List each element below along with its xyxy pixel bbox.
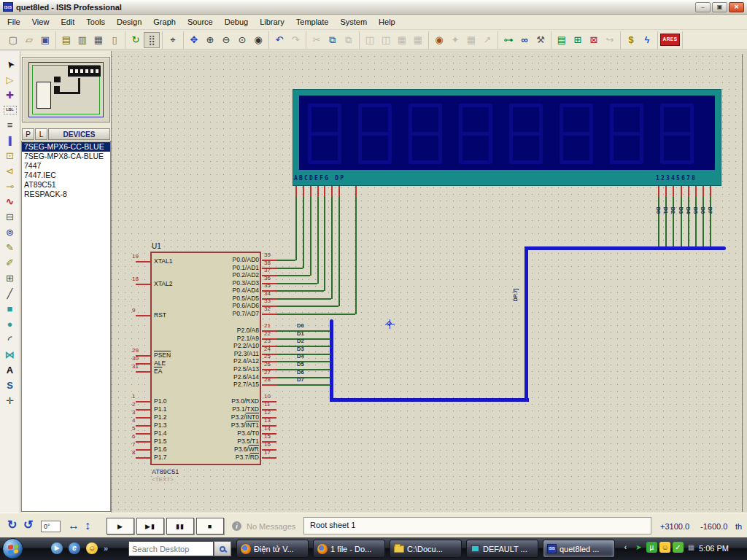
menu-debug[interactable]: Debug: [219, 15, 254, 28]
menu-file[interactable]: File: [1, 15, 26, 28]
design-explorer-icon[interactable]: ▤: [554, 32, 570, 48]
circle-2d-icon[interactable]: ●: [2, 316, 18, 332]
pause-button[interactable]: ▮▮: [166, 518, 194, 534]
menu-graph[interactable]: Graph: [147, 15, 182, 28]
bus-segment[interactable]: [525, 246, 528, 402]
copy-icon[interactable]: ⧉: [325, 32, 341, 48]
mirror-vertical-icon[interactable]: ↕: [85, 520, 90, 532]
text-script-icon[interactable]: ≡: [2, 117, 18, 133]
packaging-tool-icon[interactable]: ▦: [463, 32, 479, 48]
stop-button[interactable]: ■: [196, 518, 224, 534]
bill-of-materials-icon[interactable]: $: [623, 32, 639, 48]
decompose-icon[interactable]: ↗: [479, 32, 495, 48]
device-list[interactable]: 7SEG-MPX6-CC-BLUE7SEG-MPX8-CA-BLUE744774…: [21, 141, 111, 512]
block-move-icon[interactable]: ◫: [378, 32, 394, 48]
redraw-icon[interactable]: ↻: [128, 32, 144, 48]
bus-segment[interactable]: [330, 398, 529, 402]
paste-icon[interactable]: ⧉: [341, 32, 357, 48]
search-input[interactable]: [128, 541, 214, 556]
buses-mode-icon[interactable]: ∥: [2, 133, 18, 148]
tray-antivirus-icon[interactable]: ✓: [673, 542, 684, 553]
menu-view[interactable]: View: [26, 15, 55, 28]
quicklaunch-overflow-chevron[interactable]: »: [104, 544, 108, 553]
device-item[interactable]: RESPACK-8: [22, 190, 110, 199]
toggle-grid-icon[interactable]: ⣿: [144, 32, 160, 48]
quicklaunch-media-player-icon[interactable]: ▶: [51, 542, 63, 554]
netlist-to-ares-icon[interactable]: ARES: [660, 34, 680, 46]
text-2d-icon[interactable]: A: [2, 362, 18, 378]
generator-mode-icon[interactable]: ⊚: [2, 225, 18, 240]
print-icon[interactable]: ▦: [90, 32, 107, 48]
voltage-probe-icon[interactable]: ✎: [2, 240, 18, 255]
overview-window[interactable]: [22, 57, 110, 122]
undo-icon[interactable]: ↶: [271, 32, 287, 48]
device-pins-icon[interactable]: ⊸: [2, 179, 18, 194]
subcircuit-icon[interactable]: ⊡: [2, 148, 18, 163]
goto-sheet-icon[interactable]: ↪: [602, 32, 618, 48]
pan-icon[interactable]: ✥: [186, 32, 202, 48]
device-item[interactable]: AT89C51: [22, 180, 110, 190]
new-file-icon[interactable]: ▢: [5, 32, 21, 48]
rotation-angle-field[interactable]: 0°: [41, 521, 61, 532]
remove-sheet-icon[interactable]: ⊠: [586, 32, 602, 48]
menu-library[interactable]: Library: [254, 15, 290, 28]
block-copy-icon[interactable]: ◫: [362, 32, 378, 48]
menu-tools[interactable]: Tools: [80, 15, 111, 28]
terminals-icon[interactable]: ⊲: [2, 163, 18, 179]
rotate-clockwise-icon[interactable]: ↻: [7, 519, 17, 531]
pick-device-icon[interactable]: ◉: [431, 32, 447, 48]
start-button[interactable]: [2, 538, 23, 559]
current-probe-icon[interactable]: ✐: [2, 255, 18, 271]
tape-recorder-icon[interactable]: ⊟: [2, 209, 18, 225]
wire-label-icon[interactable]: LBL: [4, 106, 17, 114]
cut-icon[interactable]: ✂: [309, 32, 325, 48]
tray-utorrent-icon[interactable]: µ: [646, 542, 657, 553]
arc-2d-icon[interactable]: ◜: [2, 332, 18, 347]
electrical-rules-check-icon[interactable]: ϟ: [639, 32, 655, 48]
close-button[interactable]: ✕: [729, 2, 744, 12]
mirror-horizontal-icon[interactable]: ↔: [68, 520, 80, 532]
import-section-icon[interactable]: ▤: [58, 32, 74, 48]
origin-icon[interactable]: ⌖: [165, 32, 181, 48]
taskbar-button[interactable]: ISISquet8led ...: [543, 540, 615, 558]
wire-autorouter-icon[interactable]: ⊶: [500, 32, 516, 48]
device-item[interactable]: 7SEG-MPX6-CC-BLUE: [22, 142, 110, 152]
zoom-area-icon[interactable]: ◉: [250, 32, 266, 48]
box-2d-icon[interactable]: ■: [2, 301, 18, 316]
tray-expand-icon[interactable]: ‹: [620, 542, 631, 553]
make-device-icon[interactable]: ✦: [447, 32, 463, 48]
open-file-icon[interactable]: ▱: [21, 32, 37, 48]
quicklaunch-messenger-icon[interactable]: ☺: [86, 542, 98, 554]
marker-2d-icon[interactable]: ✛: [2, 393, 18, 408]
symbol-2d-icon[interactable]: S: [2, 378, 18, 393]
taskbar-button[interactable]: 1 file - Do...: [313, 540, 385, 558]
search-tag-icon[interactable]: ∞: [516, 32, 533, 48]
schematic-canvas[interactable]: ABCDEFG DP 12345678 U1 AT89C51 <TEXT> DP…: [111, 51, 747, 513]
junction-dot-icon[interactable]: ✚: [2, 88, 18, 103]
block-delete-icon[interactable]: ▦: [410, 32, 426, 48]
virtual-instruments-icon[interactable]: ⊞: [2, 271, 18, 286]
rotate-anticlockwise-icon[interactable]: ↺: [23, 519, 33, 531]
search-button[interactable]: [214, 541, 231, 556]
menu-edit[interactable]: Edit: [55, 15, 80, 28]
pick-parts-button[interactable]: P: [22, 128, 34, 140]
bus-segment[interactable]: [330, 319, 333, 401]
zoom-all-icon[interactable]: ⊙: [234, 32, 250, 48]
zoom-out-icon[interactable]: ⊖: [218, 32, 234, 48]
taskbar-button[interactable]: DEFAULT ...: [466, 540, 538, 558]
new-sheet-icon[interactable]: ⊞: [570, 32, 586, 48]
play-button[interactable]: ▶: [107, 518, 134, 534]
menu-help[interactable]: Help: [373, 15, 401, 28]
menu-design[interactable]: Design: [111, 15, 147, 28]
property-assignment-icon[interactable]: ⚒: [533, 32, 549, 48]
library-button[interactable]: L: [35, 128, 47, 140]
export-section-icon[interactable]: ▥: [74, 32, 90, 48]
device-item[interactable]: 7447: [22, 161, 110, 171]
block-rotate-icon[interactable]: ▦: [394, 32, 410, 48]
taskbar-button[interactable]: C:\Docu...: [390, 540, 462, 558]
device-item[interactable]: 7447.IEC: [22, 171, 110, 180]
menu-system[interactable]: System: [334, 15, 373, 28]
mark-output-area-icon[interactable]: ▯: [107, 32, 123, 48]
bus-segment[interactable]: [525, 246, 726, 250]
tray-flag-icon[interactable]: ➤: [633, 542, 644, 553]
